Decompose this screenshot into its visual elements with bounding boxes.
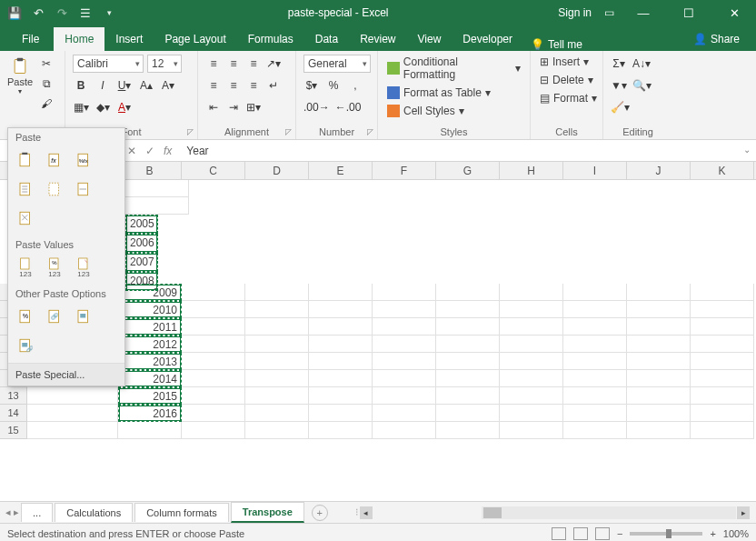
- autosum-icon[interactable]: Σ▾: [611, 55, 627, 73]
- col-header[interactable]: D: [245, 162, 309, 179]
- cell[interactable]: [436, 353, 500, 370]
- cell[interactable]: [373, 405, 436, 422]
- hscroll-left-icon[interactable]: ◂: [360, 506, 373, 519]
- paste-values-number-icon[interactable]: %123: [43, 255, 66, 279]
- cell[interactable]: [627, 387, 691, 405]
- paste-formatting-icon[interactable]: %: [14, 305, 37, 328]
- cell[interactable]: [691, 353, 754, 370]
- cell[interactable]: [500, 336, 563, 353]
- paste-special-menu-item[interactable]: Paste Special...: [8, 363, 124, 386]
- cell[interactable]: [436, 422, 500, 439]
- cell[interactable]: 2016: [118, 405, 182, 422]
- page-layout-view-icon[interactable]: [573, 527, 588, 540]
- cell[interactable]: [627, 336, 691, 353]
- cell[interactable]: [309, 353, 373, 370]
- font-color-icon[interactable]: A▾: [116, 98, 133, 116]
- grow-font-icon[interactable]: A▴: [138, 76, 154, 95]
- format-as-table-button[interactable]: Format as Table▾: [385, 85, 522, 100]
- paste-values-icon[interactable]: 123: [14, 255, 37, 279]
- new-sheet-button[interactable]: +: [312, 505, 328, 521]
- fill-icon[interactable]: ▼▾: [611, 76, 627, 95]
- cell[interactable]: [500, 318, 563, 336]
- paste-transpose-icon[interactable]: [14, 206, 37, 230]
- increase-decimal-icon[interactable]: .00→: [303, 98, 330, 116]
- cell[interactable]: [691, 301, 754, 318]
- cell[interactable]: [182, 405, 245, 422]
- align-middle-icon[interactable]: ≡: [225, 55, 242, 73]
- ribbon-display-icon[interactable]: ▭: [604, 6, 614, 19]
- cell[interactable]: 2012: [118, 336, 182, 353]
- cell[interactable]: [373, 284, 436, 301]
- cell[interactable]: [691, 336, 754, 353]
- tab-file[interactable]: File: [7, 27, 54, 51]
- cell[interactable]: [118, 422, 182, 439]
- fill-color-icon[interactable]: ◆▾: [94, 98, 111, 116]
- format-painter-icon[interactable]: 🖌: [38, 95, 55, 113]
- cell[interactable]: [563, 370, 627, 387]
- borders-icon[interactable]: ▦▾: [73, 98, 89, 116]
- cell[interactable]: 2015: [118, 387, 182, 405]
- cell[interactable]: [373, 336, 436, 353]
- row-header[interactable]: 15: [0, 422, 27, 439]
- number-format-combo[interactable]: General: [303, 55, 371, 73]
- formula-input[interactable]: Year ⌄: [181, 145, 756, 157]
- increase-indent-icon[interactable]: ⇥: [225, 98, 242, 116]
- cell[interactable]: [627, 301, 691, 318]
- cell[interactable]: [691, 318, 754, 336]
- merge-center-icon[interactable]: ⊞▾: [245, 98, 262, 116]
- cell[interactable]: 2014: [118, 370, 182, 387]
- col-header[interactable]: I: [563, 162, 627, 179]
- cell[interactable]: [500, 353, 563, 370]
- cell[interactable]: 2010: [118, 301, 182, 318]
- cell[interactable]: [373, 422, 436, 439]
- cell[interactable]: [691, 370, 754, 387]
- shrink-font-icon[interactable]: A▾: [160, 76, 176, 95]
- expand-formula-icon[interactable]: ⌄: [743, 145, 751, 155]
- hscroll-thumb[interactable]: [483, 507, 502, 518]
- delete-cells-button[interactable]: ⊟Delete▾: [538, 73, 595, 87]
- bold-button[interactable]: B: [73, 76, 89, 95]
- cell[interactable]: [563, 353, 627, 370]
- col-header[interactable]: G: [436, 162, 500, 179]
- paste-button[interactable]: Paste ▾: [7, 55, 33, 125]
- cell[interactable]: [245, 387, 309, 405]
- tab-home[interactable]: Home: [54, 27, 104, 51]
- cell[interactable]: [627, 370, 691, 387]
- decrease-decimal-icon[interactable]: ←.00: [335, 98, 362, 116]
- col-header[interactable]: F: [373, 162, 436, 179]
- cut-icon[interactable]: ✂: [38, 55, 55, 73]
- cell[interactable]: [245, 405, 309, 422]
- enter-icon[interactable]: ✓: [145, 145, 154, 157]
- dialog-launcher-icon[interactable]: ◸: [367, 127, 373, 136]
- minimize-button[interactable]: —: [627, 0, 660, 25]
- format-cells-button[interactable]: ▤Format▾: [538, 91, 595, 105]
- italic-button[interactable]: I: [94, 76, 111, 95]
- row-header[interactable]: 14: [0, 405, 27, 422]
- tab-page-layout[interactable]: Page Layout: [154, 27, 236, 51]
- tab-view[interactable]: View: [407, 27, 453, 51]
- paste-keep-source-icon[interactable]: [14, 177, 37, 201]
- cell[interactable]: [627, 353, 691, 370]
- find-icon[interactable]: 🔍▾: [632, 76, 652, 95]
- normal-view-icon[interactable]: [552, 527, 566, 540]
- qat-dropdown-icon[interactable]: ▾: [100, 4, 118, 22]
- cell[interactable]: [691, 422, 754, 439]
- cell[interactable]: [309, 422, 373, 439]
- zoom-in-icon[interactable]: +: [710, 528, 715, 539]
- paste-values-source-icon[interactable]: 123: [72, 255, 95, 279]
- cell[interactable]: [182, 422, 245, 439]
- sheet-tab-calculations[interactable]: Calculations: [55, 503, 133, 522]
- align-left-icon[interactable]: ≡: [205, 76, 222, 95]
- cell[interactable]: [436, 301, 500, 318]
- cell[interactable]: [373, 318, 436, 336]
- sign-in-link[interactable]: Sign in: [558, 6, 592, 19]
- cell[interactable]: [245, 353, 309, 370]
- touch-icon[interactable]: ☰: [76, 4, 94, 22]
- cell[interactable]: [500, 284, 563, 301]
- sheet-tab-overflow[interactable]: ...: [21, 503, 53, 522]
- cell[interactable]: [627, 405, 691, 422]
- zoom-out-icon[interactable]: −: [617, 528, 622, 539]
- cell[interactable]: [500, 370, 563, 387]
- cell[interactable]: [245, 422, 309, 439]
- paste-link-icon[interactable]: 🔗: [43, 305, 66, 328]
